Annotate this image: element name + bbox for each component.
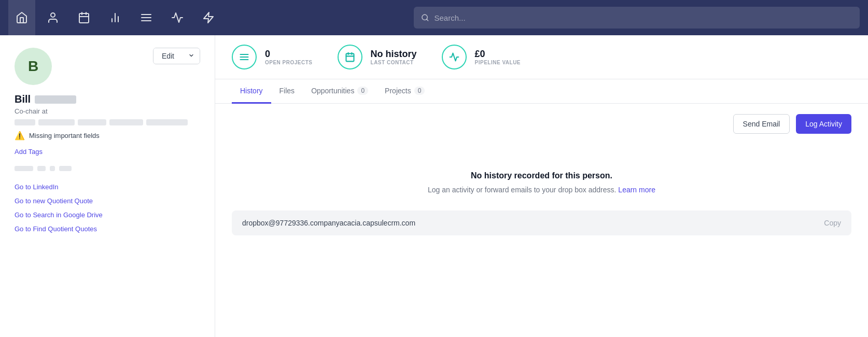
opportunities-badge: 0 <box>357 87 368 95</box>
tab-files[interactable]: Files <box>271 79 303 104</box>
edit-dropdown-button[interactable] <box>183 49 200 64</box>
pipeline-content: £0 PIPELINE VALUE <box>475 49 521 66</box>
history-content: Send Email Log Activity No history recor… <box>215 104 868 337</box>
svg-rect-1 <box>79 13 89 23</box>
last-contact-label: LAST CONTACT <box>371 60 417 65</box>
tab-projects[interactable]: Projects 0 <box>376 79 433 104</box>
info-redacted-4 <box>59 166 72 171</box>
avatar-area: B Edit <box>15 48 200 85</box>
contact-company-line <box>15 119 200 125</box>
nav-lightning-button[interactable] <box>195 0 222 35</box>
tabs-bar: History Files Opportunities 0 Projects 0 <box>215 79 868 104</box>
chevron-down-icon <box>188 52 194 59</box>
empty-history-subtitle: Log an activity or forward emails to you… <box>428 186 655 194</box>
pipeline-value: £0 <box>475 49 521 60</box>
edit-button-group: Edit <box>153 48 200 64</box>
edit-button[interactable]: Edit <box>153 48 183 64</box>
last-contact-icon <box>338 45 362 69</box>
quotient-quote-link[interactable]: Go to new Quotient Quote <box>15 194 200 207</box>
content-area: 0 OPEN PROJECTS No history LAST CONTACT <box>215 35 868 337</box>
search-icon <box>421 13 429 22</box>
copy-email-button[interactable]: Copy <box>824 219 841 227</box>
linkedin-link[interactable]: Go to LinkedIn <box>15 180 200 193</box>
sidebar-info-row <box>15 166 200 171</box>
log-activity-button[interactable]: Log Activity <box>796 114 851 134</box>
sidebar: B Edit Bill Co-chair at <box>0 35 215 337</box>
open-projects-value: 0 <box>265 49 313 60</box>
nav-reports-button[interactable] <box>102 0 129 35</box>
empty-history-section: No history recorded for this person. Log… <box>232 150 851 206</box>
contact-name: Bill <box>15 93 200 105</box>
pipeline-label: PIPELINE VALUE <box>475 60 521 65</box>
redacted-1 <box>15 119 35 125</box>
dropbox-row: dropbox@97729336.companyacacia.capsulecr… <box>232 210 851 235</box>
stats-bar: 0 OPEN PROJECTS No history LAST CONTACT <box>215 35 868 79</box>
nav-tasks-button[interactable] <box>133 0 160 35</box>
contact-role: Co-chair at <box>15 107 200 115</box>
learn-more-link[interactable]: Learn more <box>618 186 655 194</box>
search-input[interactable] <box>435 13 852 22</box>
svg-line-13 <box>427 19 428 21</box>
tab-history[interactable]: History <box>232 79 271 104</box>
avatar: B <box>15 48 52 85</box>
dropbox-email: dropbox@97729336.companyacacia.capsulecr… <box>242 219 816 227</box>
svg-rect-17 <box>346 53 354 61</box>
redacted-2 <box>38 119 75 125</box>
stat-open-projects: 0 OPEN PROJECTS <box>232 45 313 69</box>
add-tags-link[interactable]: Add Tags <box>15 148 200 156</box>
nav-contacts-button[interactable] <box>39 0 66 35</box>
svg-marker-11 <box>204 12 213 23</box>
stat-pipeline: £0 PIPELINE VALUE <box>442 45 521 69</box>
info-redacted-3 <box>50 166 55 171</box>
redacted-4 <box>109 119 143 125</box>
info-redacted-2 <box>37 166 46 171</box>
warning-text: Missing important fields <box>29 132 100 139</box>
open-projects-icon <box>232 45 257 69</box>
google-drive-link[interactable]: Go to Search in Google Drive <box>15 208 200 221</box>
contact-name-redacted <box>35 95 76 104</box>
warning-icon: ⚠️ <box>15 131 25 141</box>
nav-activity-button[interactable] <box>164 0 191 35</box>
last-contact-value: No history <box>371 49 417 60</box>
info-redacted-1 <box>15 166 33 171</box>
action-bar: Send Email Log Activity <box>232 114 851 134</box>
last-contact-content: No history LAST CONTACT <box>371 49 417 66</box>
search-bar <box>414 7 860 29</box>
open-projects-content: 0 OPEN PROJECTS <box>265 49 313 66</box>
projects-badge: 0 <box>414 87 425 95</box>
redacted-5 <box>146 119 188 125</box>
pipeline-icon <box>442 45 467 69</box>
send-email-button[interactable]: Send Email <box>733 114 790 134</box>
warning-row: ⚠️ Missing important fields <box>15 131 200 141</box>
empty-history-title: No history recorded for this person. <box>471 171 612 180</box>
nav-calendar-button[interactable] <box>71 0 97 35</box>
main-layout: B Edit Bill Co-chair at <box>0 35 868 337</box>
nav-home-button[interactable] <box>8 0 35 35</box>
sidebar-links: Go to LinkedIn Go to new Quotient Quote … <box>15 180 200 235</box>
open-projects-label: OPEN PROJECTS <box>265 60 313 65</box>
svg-point-0 <box>51 13 55 17</box>
top-navigation <box>0 0 868 35</box>
tab-opportunities[interactable]: Opportunities 0 <box>303 79 376 104</box>
find-quotient-link[interactable]: Go to Find Quotient Quotes <box>15 222 200 235</box>
redacted-3 <box>78 119 106 125</box>
stat-last-contact: No history LAST CONTACT <box>338 45 417 69</box>
